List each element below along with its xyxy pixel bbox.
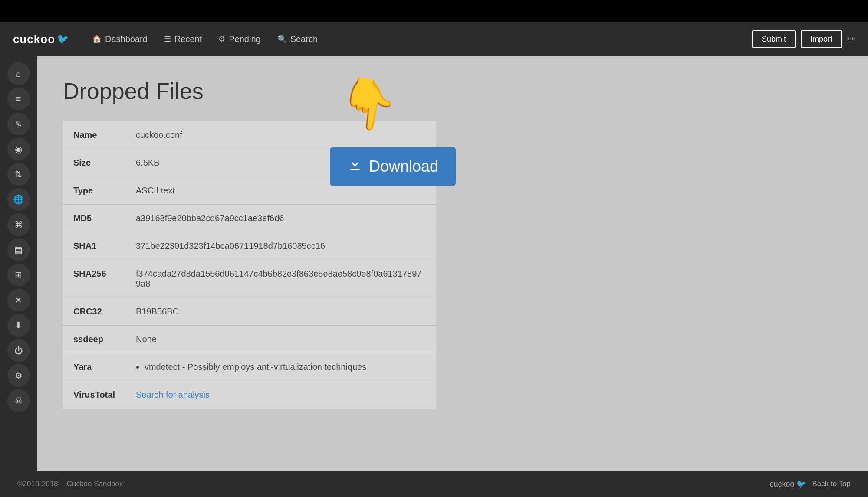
- download-icon: [347, 157, 363, 176]
- footer: ©2010-2018 Cuckoo Sandbox cuckoo 🐦 Back …: [0, 471, 868, 497]
- code-icon: ⌘: [14, 219, 23, 230]
- footer-left: ©2010-2018 Cuckoo Sandbox: [17, 480, 123, 488]
- row-value: cuckoo.conf: [125, 121, 436, 149]
- sidebar-item-graph[interactable]: ✕: [7, 289, 30, 311]
- logo-text: cuckoo: [13, 33, 55, 46]
- pending-icon: ⚙: [218, 34, 225, 44]
- recent-icon: ☰: [164, 34, 171, 44]
- sidebar-item-settings[interactable]: ⚙: [7, 364, 30, 387]
- bug-icon: ☠: [15, 396, 23, 406]
- sidebar-item-globe[interactable]: 🌐: [7, 188, 30, 211]
- back-to-top-link[interactable]: Back to Top: [812, 480, 851, 488]
- dashboard-icon: 🏠: [92, 34, 102, 44]
- virustotal-link[interactable]: Search for analysis: [136, 390, 210, 399]
- nav-pending[interactable]: ⚙ Pending: [212, 31, 266, 48]
- nav-pending-label: Pending: [229, 34, 260, 44]
- row-value: None: [125, 326, 436, 353]
- virustotal-row: VirusTotal Search for analysis: [63, 381, 436, 409]
- table-row: CRC32 B19B56BC: [63, 298, 436, 326]
- submit-button[interactable]: Submit: [752, 30, 796, 48]
- nav-search[interactable]: 🔍 Search: [271, 31, 324, 48]
- sidebar: ⌂ ≡ ✎ ◉ ⇅ 🌐 ⌘ ▤ ⊞ ✕ ⬇ ⏻ ⚙ ☠: [0, 56, 37, 471]
- import-button[interactable]: Import: [801, 30, 842, 48]
- download-button-label: Download: [369, 157, 438, 176]
- row-label: SHA256: [63, 260, 125, 298]
- nav-dashboard-label: Dashboard: [105, 34, 148, 44]
- sidebar-item-bug[interactable]: ☠: [7, 389, 30, 412]
- row-label: Size: [63, 149, 125, 177]
- download-button[interactable]: Download: [330, 147, 456, 186]
- home-icon: ⌂: [16, 69, 21, 79]
- logo-bird-icon: 🐦: [57, 33, 69, 45]
- sidebar-item-circle[interactable]: ◉: [7, 138, 30, 160]
- nav-links: 🏠 Dashboard ☰ Recent ⚙ Pending 🔍 Search: [86, 31, 752, 48]
- sidebar-item-share[interactable]: ⇅: [7, 163, 30, 186]
- grid-icon: ⊞: [15, 270, 22, 280]
- nav-recent-label: Recent: [174, 34, 202, 44]
- sidebar-item-home[interactable]: ⌂: [7, 62, 30, 85]
- sidebar-item-power[interactable]: ⏻: [7, 339, 30, 362]
- yara-value: vmdetect - Possibly employs anti-virtual…: [125, 353, 436, 381]
- table-row: Name cuckoo.conf: [63, 121, 436, 149]
- table-row: ssdeep None: [63, 326, 436, 353]
- footer-right: cuckoo 🐦 Back to Top: [769, 479, 851, 489]
- graph-icon: ✕: [15, 295, 22, 305]
- nav-search-label: Search: [290, 34, 318, 44]
- db-icon: ▤: [14, 245, 23, 255]
- globe-icon: 🌐: [13, 194, 24, 205]
- settings-icon: ⚙: [15, 370, 23, 381]
- sidebar-item-download[interactable]: ⬇: [7, 314, 30, 337]
- report-icon: ≡: [16, 94, 21, 104]
- footer-logo: cuckoo 🐦: [769, 479, 806, 489]
- row-label: CRC32: [63, 298, 125, 326]
- row-label: Type: [63, 177, 125, 205]
- row-value: a39168f9e20bba2cd67a9cc1ae3ef6d6: [125, 205, 436, 232]
- virustotal-value: Search for analysis: [125, 381, 436, 409]
- pencil-icon[interactable]: ✏: [847, 33, 855, 45]
- footer-brand: Cuckoo Sandbox: [67, 480, 123, 488]
- row-label: SHA1: [63, 232, 125, 260]
- row-value: f374cada27d8da1556d061147c4b6b82e3f863e5…: [125, 260, 436, 298]
- download-sidebar-icon: ⬇: [15, 320, 22, 330]
- yara-item: vmdetect - Possibly employs anti-virtual…: [145, 362, 426, 372]
- virustotal-label: VirusTotal: [63, 381, 125, 409]
- yara-label: Yara: [63, 353, 125, 381]
- table-row: MD5 a39168f9e20bba2cd67a9cc1ae3ef6d6: [63, 205, 436, 232]
- page-title: Dropped Files: [63, 78, 842, 104]
- sidebar-item-grid[interactable]: ⊞: [7, 264, 30, 286]
- nav-recent[interactable]: ☰ Recent: [158, 31, 208, 48]
- yara-row: Yara vmdetect - Possibly employs anti-vi…: [63, 353, 436, 381]
- search-icon: 🔍: [277, 34, 287, 44]
- top-bar: [0, 0, 868, 22]
- circle-icon: ◉: [15, 144, 22, 154]
- row-label: MD5: [63, 205, 125, 232]
- row-label: ssdeep: [63, 326, 125, 353]
- sidebar-item-code[interactable]: ⌘: [7, 213, 30, 236]
- row-value: 371be22301d323f14bca06711918d7b16085cc16: [125, 232, 436, 260]
- share-icon: ⇅: [15, 169, 22, 180]
- nav-dashboard[interactable]: 🏠 Dashboard: [86, 31, 154, 48]
- sidebar-item-report[interactable]: ≡: [7, 88, 30, 110]
- table-row: SHA1 371be22301d323f14bca06711918d7b1608…: [63, 232, 436, 260]
- sidebar-item-db[interactable]: ▤: [7, 239, 30, 261]
- nav-logo[interactable]: cuckoo 🐦: [13, 33, 69, 46]
- row-value: B19B56BC: [125, 298, 436, 326]
- table-row: SHA256 f374cada27d8da1556d061147c4b6b82e…: [63, 260, 436, 298]
- row-label: Name: [63, 121, 125, 149]
- edit-icon: ✎: [15, 119, 22, 129]
- nav-right: Submit Import ✏: [752, 30, 855, 48]
- power-icon: ⏻: [14, 346, 23, 356]
- main-content: Dropped Files Name cuckoo.conf Size 6.5K…: [37, 56, 868, 471]
- sidebar-item-edit[interactable]: ✎: [7, 113, 30, 135]
- footer-copyright: ©2010-2018: [17, 480, 58, 488]
- nav-bar: cuckoo 🐦 🏠 Dashboard ☰ Recent ⚙ Pending …: [0, 22, 868, 56]
